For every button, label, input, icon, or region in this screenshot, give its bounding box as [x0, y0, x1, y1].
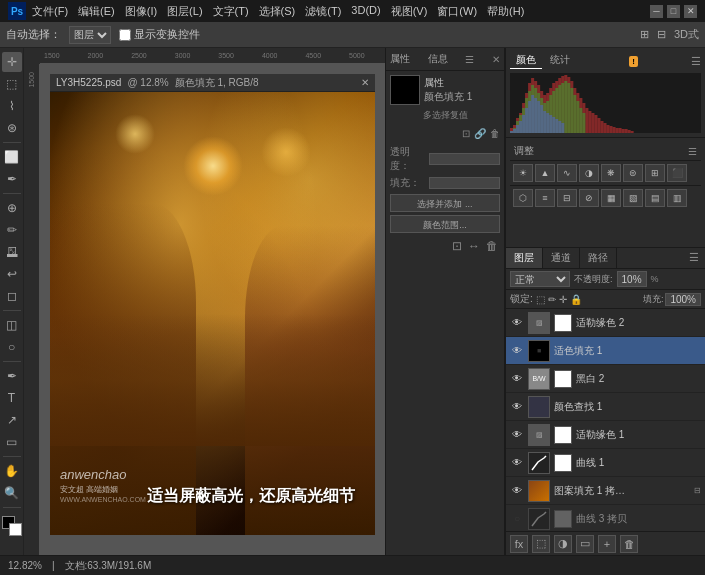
adj-vibrance[interactable]: ❋ — [601, 164, 621, 182]
select-tool[interactable]: ⬚ — [2, 74, 22, 94]
adj-invert[interactable]: ⊘ — [579, 189, 599, 207]
props-bottom-icon-3[interactable]: 🗑 — [486, 239, 498, 253]
props-bottom-icon-2[interactable]: ↔ — [468, 239, 480, 253]
properties-tab-info[interactable]: 信息 — [428, 52, 448, 66]
layer-visibility-8[interactable]: ○ — [510, 512, 524, 526]
menu-window[interactable]: 窗口(W) — [437, 4, 477, 19]
adj-channelmixer[interactable]: ≡ — [535, 189, 555, 207]
adj-bw[interactable]: ⬛ — [667, 164, 687, 182]
auto-select-dropdown[interactable]: 图层 — [69, 26, 111, 44]
menu-layer[interactable]: 图层(L) — [167, 4, 202, 19]
layer-row[interactable]: 👁 ▨ 适勒缘色 1 — [506, 421, 705, 449]
layer-visibility-4[interactable]: 👁 — [510, 400, 524, 414]
layer-row[interactable]: 👁 图案填充 1 拷… ⊟ — [506, 477, 705, 505]
adj-photofilter[interactable]: ⬡ — [513, 189, 533, 207]
layer-row[interactable]: 👁 B/W 黑白 2 — [506, 365, 705, 393]
menu-edit[interactable]: 编辑(E) — [78, 4, 115, 19]
dodge-tool[interactable]: ○ — [2, 337, 22, 357]
layer-adjustment-btn[interactable]: ◑ — [554, 535, 572, 553]
histogram-tab-color[interactable]: 颜色 — [510, 52, 542, 69]
adj-exposure[interactable]: ◑ — [579, 164, 599, 182]
window-controls[interactable]: ─ □ ✕ — [650, 5, 697, 18]
tab-paths[interactable]: 路径 — [580, 248, 617, 268]
layer-row[interactable]: 👁 曲线 1 — [506, 449, 705, 477]
properties-close[interactable]: ✕ — [492, 54, 500, 65]
layer-visibility-2[interactable]: 👁 — [510, 344, 524, 358]
shape-tool[interactable]: ▭ — [2, 432, 22, 452]
adj-colorlookup[interactable]: ⊟ — [557, 189, 577, 207]
layer-row[interactable]: 👁 ■ 适色填充 1 — [506, 337, 705, 365]
menu-text[interactable]: 文字(T) — [213, 4, 249, 19]
document-tab[interactable]: LY3H5225.psd — [56, 77, 121, 88]
layers-panel-menu[interactable]: ☰ — [683, 248, 705, 268]
adj-colorbalance[interactable]: ⊞ — [645, 164, 665, 182]
clone-tool[interactable]: 🗳 — [2, 242, 22, 262]
eraser-tool[interactable]: ◻ — [2, 286, 22, 306]
select-add-btn[interactable]: 选择并添加 ... — [390, 194, 500, 212]
toolbar-3d-btn[interactable]: 3D式 — [674, 27, 699, 42]
show-transform-label[interactable]: 显示变换控件 — [119, 27, 200, 42]
zoom-level[interactable]: 12.82% — [8, 560, 42, 571]
brush-tool[interactable]: ✏ — [2, 220, 22, 240]
canvas-viewport[interactable]: LY3H5225.psd @ 12.8% 颜色填充 1, RGB/8 ✕ — [40, 64, 385, 555]
props-icon-copy[interactable]: ⊡ — [462, 128, 470, 139]
canvas-image[interactable]: anwenchao 安文超 高端婚姻 WWW.ANWENCHAO.COM 适当屏… — [50, 92, 375, 535]
layer-mask-btn[interactable]: ⬚ — [532, 535, 550, 553]
color-range-btn[interactable]: 颜色范围... — [390, 215, 500, 233]
menu-file[interactable]: 文件(F) — [32, 4, 68, 19]
path-tool[interactable]: ↗ — [2, 410, 22, 430]
minimize-button[interactable]: ─ — [650, 5, 663, 18]
layer-new-btn[interactable]: + — [598, 535, 616, 553]
adj-hsl[interactable]: ⊜ — [623, 164, 643, 182]
lock-transparent[interactable]: ⬚ — [536, 294, 545, 305]
lasso-tool[interactable]: ⌇ — [2, 96, 22, 116]
menu-filter[interactable]: 滤镜(T) — [305, 4, 341, 19]
color-swatch[interactable] — [390, 75, 420, 105]
close-button[interactable]: ✕ — [684, 5, 697, 18]
fill-value[interactable]: 100% — [665, 293, 701, 306]
layer-row[interactable]: 👁 ▨ 适勒缘色 2 — [506, 309, 705, 337]
layer-row[interactable]: ○ 曲线 3 拷贝 — [506, 505, 705, 531]
text-tool[interactable]: T — [2, 388, 22, 408]
histogram-menu[interactable]: ☰ — [691, 55, 701, 68]
adj-levels[interactable]: ▲ — [535, 164, 555, 182]
props-icon-trash[interactable]: 🗑 — [490, 128, 500, 139]
doc-tab-close[interactable]: ✕ — [361, 77, 369, 88]
move-tool[interactable]: ✛ — [2, 52, 22, 72]
menu-image[interactable]: 图像(I) — [125, 4, 157, 19]
lock-position[interactable]: ✛ — [559, 294, 567, 305]
gradient-tool[interactable]: ◫ — [2, 315, 22, 335]
menu-view[interactable]: 视图(V) — [391, 4, 428, 19]
layers-tabs[interactable]: 图层 通道 路径 ☰ — [506, 248, 705, 269]
toolbar-distribute-btn[interactable]: ⊟ — [657, 28, 666, 41]
toolbar-align-btn[interactable]: ⊞ — [640, 28, 649, 41]
menu-help[interactable]: 帮助(H) — [487, 4, 524, 19]
properties-panel-menu[interactable]: ☰ — [465, 54, 474, 65]
lock-all[interactable]: 🔒 — [570, 294, 582, 305]
blend-mode-select[interactable]: 正常 — [510, 271, 570, 287]
adj-selectivecolor[interactable]: ▥ — [667, 189, 687, 207]
layer-visibility-5[interactable]: 👁 — [510, 428, 524, 442]
lock-image[interactable]: ✏ — [548, 294, 556, 305]
adj-threshold[interactable]: ▧ — [623, 189, 643, 207]
layer-visibility-1[interactable]: 👁 — [510, 316, 524, 330]
tab-layers[interactable]: 图层 — [506, 248, 543, 268]
layer-row[interactable]: 👁 颜色查找 1 — [506, 393, 705, 421]
histogram-tabs[interactable]: 颜色 统计 — [510, 52, 576, 69]
properties-tab-attr[interactable]: 属性 — [390, 52, 410, 66]
adj-brightness[interactable]: ☀ — [513, 164, 533, 182]
eyedropper-tool[interactable]: ✒ — [2, 169, 22, 189]
heal-tool[interactable]: ⊕ — [2, 198, 22, 218]
adj-curves[interactable]: ∿ — [557, 164, 577, 182]
fill-bar[interactable] — [429, 177, 500, 189]
history-brush[interactable]: ↩ — [2, 264, 22, 284]
menu-3d[interactable]: 3D(D) — [351, 4, 380, 19]
layer-fx-btn[interactable]: fx — [510, 535, 528, 553]
layer-delete-btn[interactable]: 🗑 — [620, 535, 638, 553]
layer-group-btn[interactable]: ▭ — [576, 535, 594, 553]
adj-posterize[interactable]: ▦ — [601, 189, 621, 207]
hand-tool[interactable]: ✋ — [2, 461, 22, 481]
menu-select[interactable]: 选择(S) — [259, 4, 296, 19]
title-bar-menu[interactable]: 文件(F) 编辑(E) 图像(I) 图层(L) 文字(T) 选择(S) 滤镜(T… — [32, 4, 524, 19]
quick-select-tool[interactable]: ⊛ — [2, 118, 22, 138]
